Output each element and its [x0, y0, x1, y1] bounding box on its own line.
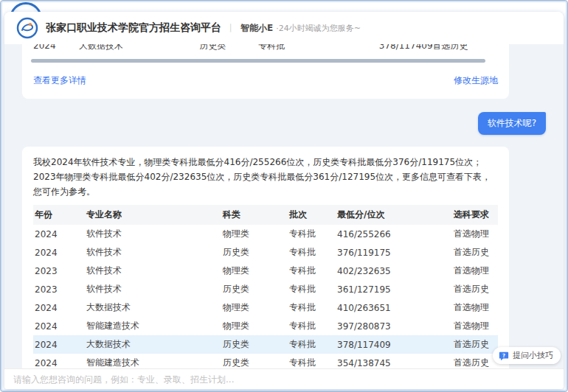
title-separator: 丨: [226, 22, 235, 35]
cell-score: 361/127195: [336, 280, 452, 298]
cell-score: 402/232635: [336, 262, 452, 280]
cell-score: 416/255266: [336, 225, 452, 243]
cell-score: 410/263651: [336, 298, 452, 317]
message-input-bar: [4, 368, 564, 389]
cell-batch: 专科批: [288, 317, 336, 335]
cell-batch: 专科批: [288, 354, 336, 368]
previous-message-card: 2024 大数据技术 历史类 专科批 378/117409 首选历史 查看更多详…: [22, 44, 509, 99]
table-header-row: 年份 专业名称 科类 批次 最低分/位次 选科要求: [33, 205, 498, 225]
cell-score: 354/138745: [336, 354, 452, 368]
table-row: 2023 软件技术 物理类 专科批 402/232635 首选物理: [33, 262, 498, 280]
cell-year: 2024: [33, 335, 85, 354]
cell-major: 软件技术: [85, 262, 221, 280]
college-seal-icon: [10, 2, 42, 13]
table-row: 2024 智能建造技术 历史类 专科批 354/138745 首选历史: [33, 354, 498, 368]
cell-requirement: 首选物理: [452, 317, 498, 335]
col-header-major: 专业名称: [85, 205, 221, 225]
question-tips-button[interactable]: ? 提问小技巧: [493, 347, 561, 364]
cell-year: 2024: [33, 243, 85, 262]
cell-category: 物理类: [221, 262, 288, 280]
cell-requirement: 首选历史: [452, 243, 498, 262]
cell-requirement: 首选历史: [433, 44, 498, 54]
cell-year: 2024: [33, 225, 85, 243]
table-horizontal-scrollbar[interactable]: [31, 59, 485, 63]
question-tips-label: 提问小技巧: [513, 350, 553, 361]
cell-major: 智能建造技术: [85, 317, 221, 335]
cell-year: 2024: [33, 354, 85, 368]
cell-batch: 专科批: [288, 298, 336, 317]
cell-batch: 专科批: [288, 243, 336, 262]
cell-category: 物理类: [221, 298, 288, 317]
more-details-link[interactable]: 查看更多详情: [33, 74, 86, 87]
col-header-score: 最低分/位次: [336, 205, 452, 225]
college-logo-icon: [16, 17, 38, 39]
platform-title: 张家口职业技术学院官方招生咨询平台: [46, 21, 221, 35]
cell-batch: 专科批: [288, 335, 336, 354]
bot-message-card: 我校2024年软件技术专业，物理类专科批最低分416分/255266位次，历史类…: [22, 147, 509, 368]
user-message-row: 软件技术呢?: [22, 112, 546, 135]
user-message-bubble: 软件技术呢?: [478, 112, 546, 135]
table-row-highlighted: 2024 大数据技术 历史类 专科批 378/117409 首选历史: [33, 335, 498, 354]
cell-major: 软件技术: [85, 243, 221, 262]
chat-panel: 张家口职业技术学院官方招生咨询平台 丨 智能小E ·24小时竭诚为您服务~ 20…: [4, 12, 564, 389]
panel-header: 张家口职业技术学院官方招生咨询平台 丨 智能小E ·24小时竭诚为您服务~: [4, 12, 564, 44]
page-emblem-partial: [10, 2, 44, 13]
cell-year: 2024: [33, 298, 85, 317]
bot-message-text: 我校2024年软件技术专业，物理类专科批最低分416分/255266位次，历史类…: [33, 155, 498, 199]
chat-area: 2024 大数据技术 历史类 专科批 378/117409 首选历史 查看更多详…: [4, 44, 564, 368]
bot-name: 智能小E: [240, 22, 273, 35]
cell-batch: 专科批: [258, 44, 379, 54]
service-subtitle: ·24小时竭诚为您服务~: [276, 23, 361, 34]
cell-score: 397/280873: [336, 317, 452, 335]
cell-category: 历史类: [221, 243, 288, 262]
cell-major: 软件技术: [85, 225, 221, 243]
cell-category: 历史类: [221, 280, 288, 298]
table-row: 2024 软件技术 物理类 专科批 416/255266 首选物理: [33, 225, 498, 243]
svg-text:?: ?: [502, 352, 505, 358]
cell-requirement: 首选历史: [452, 354, 498, 368]
admission-score-table: 年份 专业名称 科类 批次 最低分/位次 选科要求 2024 软件技术 物理类 …: [33, 205, 498, 368]
message-input[interactable]: [13, 374, 555, 385]
col-header-year: 年份: [33, 205, 85, 225]
cell-major: 大数据技术: [79, 44, 200, 54]
table-row: 2024 智能建造技术 物理类 专科批 397/280873 首选物理: [33, 317, 498, 335]
table-row: 2024 大数据技术 物理类 专科批 410/263651 首选物理: [33, 298, 498, 317]
cell-batch: 专科批: [288, 225, 336, 243]
col-header-requirement: 选科要求: [452, 205, 498, 225]
cell-major: 智能建造技术: [85, 354, 221, 368]
cell-year: 2023: [33, 280, 85, 298]
cell-major: 软件技术: [85, 280, 221, 298]
cell-requirement: 首选物理: [452, 225, 498, 243]
cell-category: 历史类: [200, 44, 259, 54]
cell-category: 历史类: [221, 354, 288, 368]
modify-origin-link[interactable]: 修改生源地: [454, 74, 498, 87]
col-header-category: 科类: [221, 205, 288, 225]
cell-category: 物理类: [221, 225, 288, 243]
cell-category: 物理类: [221, 317, 288, 335]
cell-year: 2024: [33, 44, 79, 54]
cell-year: 2024: [33, 317, 85, 335]
cell-year: 2023: [33, 262, 85, 280]
col-header-batch: 批次: [288, 205, 336, 225]
cell-score: 378/117409: [379, 44, 433, 54]
cell-batch: 专科批: [288, 280, 336, 298]
chat-bubble-icon: ?: [499, 351, 509, 361]
cell-major: 大数据技术: [85, 335, 221, 354]
cell-requirement: 首选历史: [452, 280, 498, 298]
card-links-row: 查看更多详情 修改生源地: [33, 74, 498, 87]
cell-score: 376/119175: [336, 243, 452, 262]
cell-requirement: 首选物理: [452, 262, 498, 280]
cell-major: 大数据技术: [85, 298, 221, 317]
cell-category: 历史类: [221, 335, 288, 354]
table-row: 2023 软件技术 历史类 专科批 361/127195 首选历史: [33, 280, 498, 298]
cell-batch: 专科批: [288, 262, 336, 280]
cell-score: 378/117409: [336, 335, 452, 354]
cell-requirement: 首选历史: [452, 335, 498, 354]
partial-table-row: 2024 大数据技术 历史类 专科批 378/117409 首选历史: [33, 44, 498, 54]
cell-requirement: 首选物理: [452, 298, 498, 317]
table-row: 2024 软件技术 历史类 专科批 376/119175 首选历史: [33, 243, 498, 262]
